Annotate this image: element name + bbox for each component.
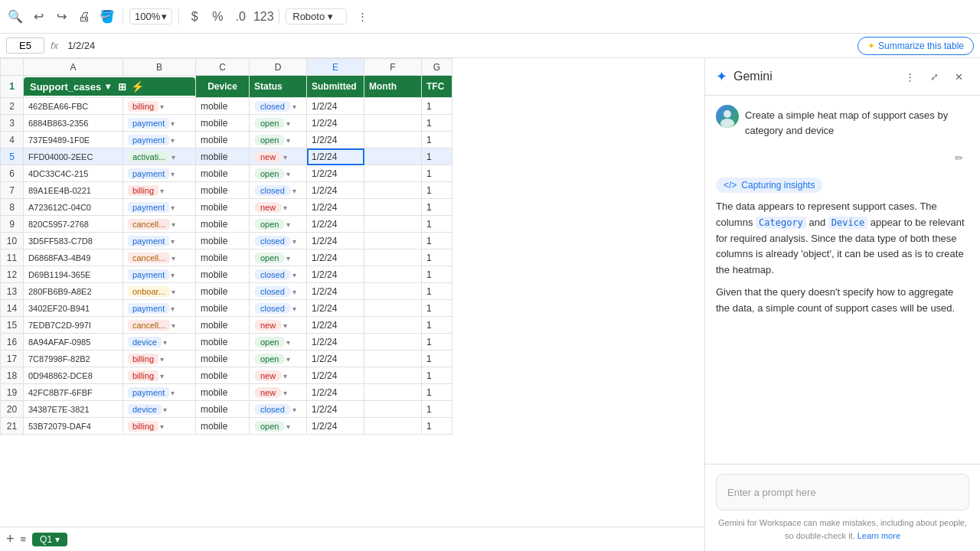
support-cases-header[interactable]: Support_cases ▾ ⊞ ⚡ — [24, 77, 195, 96]
cell-submitted[interactable]: 1/2/24 — [307, 148, 364, 165]
cell-tfc[interactable]: 1 — [422, 249, 452, 266]
cell-status[interactable]: open▾ — [250, 115, 307, 132]
cell-month[interactable] — [364, 249, 422, 266]
cell-tfc[interactable]: 1 — [422, 199, 452, 216]
cell-device[interactable]: mobile — [196, 317, 250, 334]
cell-device[interactable]: mobile — [196, 418, 250, 435]
cell-tfc[interactable]: 1 — [422, 165, 452, 182]
col-header-f[interactable]: F — [364, 59, 422, 76]
cell-status[interactable]: closed▾ — [250, 98, 307, 115]
cell-tfc[interactable]: 1 — [422, 350, 452, 367]
cell-category[interactable]: payment▾ — [123, 266, 196, 283]
cell-id[interactable]: D69B1194-365E — [24, 266, 123, 283]
cell-submitted[interactable]: 1/2/24 — [307, 418, 364, 435]
cell-id[interactable]: FFD04000-2EEC — [24, 148, 123, 165]
cell-submitted[interactable]: 1/2/24 — [307, 115, 364, 132]
cell-month[interactable] — [364, 350, 422, 367]
add-sheet-button[interactable]: + — [6, 531, 15, 547]
cell-submitted[interactable]: 1/2/24 — [307, 367, 364, 384]
sheet-area[interactable]: A B C D E F G 1 Support_cases — [0, 58, 704, 527]
cell-status[interactable]: new▾ — [250, 148, 307, 165]
cell-tfc[interactable]: 1 — [422, 182, 452, 199]
cell-category[interactable]: billing▾ — [123, 98, 196, 115]
cell-id[interactable]: 0D948862-DCE8 — [24, 367, 123, 384]
cell-submitted[interactable]: 1/2/24 — [307, 283, 364, 300]
col-header-b[interactable]: B — [123, 59, 196, 76]
cell-reference[interactable]: E5 — [6, 37, 44, 54]
cell-category[interactable]: cancell...▾ — [123, 216, 196, 233]
cell-device[interactable]: mobile — [196, 249, 250, 266]
cell-tfc[interactable]: 1 — [422, 418, 452, 435]
cell-status[interactable]: new▾ — [250, 384, 307, 401]
cell-status[interactable]: new▾ — [250, 317, 307, 334]
cell-id[interactable]: 42FC8B7F-6FBF — [24, 384, 123, 401]
cell-category[interactable]: payment▾ — [123, 165, 196, 182]
cell-submitted[interactable]: 1/2/24 — [307, 132, 364, 148]
zoom-selector[interactable]: 100% ▾ — [129, 8, 172, 24]
cell-submitted[interactable]: 1/2/24 — [307, 300, 364, 317]
gemini-expand-button[interactable]: ⤢ — [923, 66, 945, 87]
sheet-list-icon[interactable]: ≡ — [21, 533, 27, 545]
col-header-g[interactable]: G — [422, 59, 452, 76]
cell-submitted[interactable]: 1/2/24 — [307, 249, 364, 266]
cell-id[interactable]: 4DC33C4C-215 — [24, 165, 123, 182]
edit-prompt-button[interactable]: ✏ — [948, 147, 969, 168]
cell-month[interactable] — [364, 216, 422, 233]
cell-tfc[interactable]: 1 — [422, 132, 452, 148]
cell-id[interactable]: 89A1EE4B-0221 — [24, 182, 123, 199]
cell-device[interactable]: mobile — [196, 283, 250, 300]
col-header-c[interactable]: C — [196, 59, 250, 76]
col-header-d[interactable]: D — [250, 59, 307, 76]
sheet-tab-q1[interactable]: Q1 ▾ — [32, 533, 67, 546]
cell-submitted[interactable]: 1/2/24 — [307, 334, 364, 350]
cell-submitted[interactable]: 1/2/24 — [307, 317, 364, 334]
cell-id[interactable]: 6884B863-2356 — [24, 115, 123, 132]
cell-id[interactable]: 737E9489-1F0E — [24, 132, 123, 148]
prompt-input[interactable]: Enter a prompt here — [716, 474, 969, 510]
search-icon[interactable]: 🔍 — [6, 8, 24, 26]
cell-device[interactable]: mobile — [196, 233, 250, 249]
cell-month[interactable] — [364, 317, 422, 334]
cell-status[interactable]: new▾ — [250, 199, 307, 216]
cell-category[interactable]: payment▾ — [123, 300, 196, 317]
cell-category[interactable]: onboar...▾ — [123, 283, 196, 300]
cell-category[interactable]: billing▾ — [123, 182, 196, 199]
cell-submitted[interactable]: 1/2/24 — [307, 165, 364, 182]
cell-tfc[interactable]: 1 — [422, 216, 452, 233]
cell-device[interactable]: mobile — [196, 182, 250, 199]
cell-submitted[interactable]: 1/2/24 — [307, 199, 364, 216]
summarize-button[interactable]: ✦ Summarize this table — [858, 37, 974, 55]
font-selector[interactable]: Roboto ▾ — [286, 8, 347, 24]
cell-status[interactable]: open▾ — [250, 216, 307, 233]
cell-month[interactable] — [364, 165, 422, 182]
percent-button[interactable]: % — [208, 8, 227, 26]
cell-tfc[interactable]: 1 — [422, 233, 452, 249]
cell-tfc[interactable]: 1 — [422, 334, 452, 350]
cell-device[interactable]: mobile — [196, 165, 250, 182]
cell-device[interactable]: mobile — [196, 384, 250, 401]
print-icon[interactable]: 🖨 — [75, 8, 93, 26]
cell-device[interactable]: mobile — [196, 115, 250, 132]
cell-category[interactable]: cancell...▾ — [123, 249, 196, 266]
paint-format-icon[interactable]: 🪣 — [98, 8, 116, 26]
cell-category[interactable]: device▾ — [123, 401, 196, 418]
cell-month[interactable] — [364, 418, 422, 435]
cell-status[interactable]: open▾ — [250, 132, 307, 148]
learn-more-link[interactable]: Learn more — [858, 531, 900, 540]
cell-status[interactable]: open▾ — [250, 249, 307, 266]
cell-id[interactable]: 462BEA66-FBC — [24, 98, 123, 115]
cell-status[interactable]: new▾ — [250, 367, 307, 384]
cell-month[interactable] — [364, 199, 422, 216]
cell-submitted[interactable]: 1/2/24 — [307, 98, 364, 115]
cell-submitted[interactable]: 1/2/24 — [307, 384, 364, 401]
cell-submitted[interactable]: 1/2/24 — [307, 350, 364, 367]
cell-tfc[interactable]: 1 — [422, 401, 452, 418]
gemini-close-button[interactable]: ✕ — [948, 66, 969, 87]
cell-category[interactable]: payment▾ — [123, 115, 196, 132]
cell-tfc[interactable]: 1 — [422, 384, 452, 401]
cell-month[interactable] — [364, 283, 422, 300]
undo-icon[interactable]: ↩ — [29, 8, 47, 26]
cell-tfc[interactable]: 1 — [422, 283, 452, 300]
cell-category[interactable]: payment▾ — [123, 384, 196, 401]
cell-status[interactable]: closed▾ — [250, 266, 307, 283]
